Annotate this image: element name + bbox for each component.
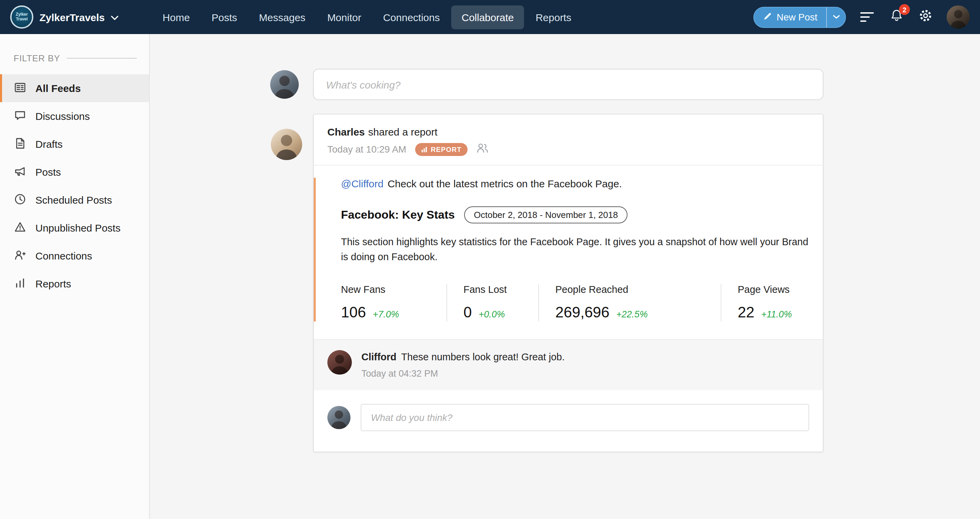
stat-fans-lost: Fans Lost 0 +0.0% — [447, 284, 538, 321]
post-title-line: Charlesshared a report — [327, 126, 809, 137]
post-action-text: shared a report — [368, 126, 437, 137]
app-window: Zylker Travel ZylkerTravels Home Posts M… — [0, 0, 980, 519]
new-post-label: New Post — [776, 11, 817, 22]
stat-value: 0 — [463, 303, 472, 321]
nav-item-posts[interactable]: Posts — [202, 5, 247, 29]
primary-nav: Home Posts Messages Monitor Connections … — [153, 5, 582, 29]
stat-change: +11.0% — [761, 309, 792, 319]
comment: CliffordThese numbers look great! Great … — [314, 339, 823, 390]
pencil-icon — [763, 11, 772, 22]
stat-new-fans: New Fans 106 +7.0% — [341, 284, 447, 321]
person-add-icon — [14, 248, 27, 263]
feed-main: Charlesshared a report Today at 10:29 AM… — [150, 34, 980, 519]
stat-value: 269,696 — [555, 303, 609, 321]
new-post-dropdown-button[interactable] — [827, 7, 845, 27]
report-date-range-pill: October 2, 2018 - November 1, 2018 — [464, 206, 627, 224]
sidebar-item-discussions[interactable]: Discussions — [0, 102, 149, 130]
stat-value: 22 — [738, 303, 754, 321]
sidebar-item-drafts[interactable]: Drafts — [0, 130, 149, 158]
report-section: @CliffordCheck out the latest metrics on… — [314, 178, 809, 321]
comment-text-line: CliffordThese numbers look great! Great … — [361, 351, 565, 362]
sidebar-item-label: Scheduled Posts — [35, 194, 112, 206]
brand-logo-line1: Zylker — [16, 12, 27, 17]
menu-list-button[interactable] — [859, 9, 875, 25]
sidebar-item-label: Reports — [35, 278, 71, 289]
bar-chart-icon — [14, 276, 27, 291]
sidebar-item-connections[interactable]: Connections — [0, 242, 149, 270]
brand-logo: Zylker Travel — [10, 5, 33, 29]
navbar-actions: New Post 2 — [753, 5, 970, 29]
user-avatar[interactable] — [947, 5, 970, 29]
mention-link[interactable]: @Clifford — [341, 178, 383, 189]
sidebar-item-posts[interactable]: Posts — [0, 158, 149, 186]
sidebar-item-label: Posts — [35, 166, 61, 178]
post-header: Charlesshared a report Today at 10:29 AM… — [314, 115, 823, 166]
hamburger-icon — [860, 12, 874, 22]
report-badge-label: REPORT — [431, 145, 462, 153]
shared-users-icon[interactable] — [477, 142, 489, 156]
stat-value: 106 — [341, 303, 366, 321]
nav-item-messages[interactable]: Messages — [249, 5, 316, 29]
stat-change: +0.0% — [479, 309, 505, 319]
sidebar-item-scheduled-posts[interactable]: Scheduled Posts — [0, 186, 149, 214]
sidebar-item-label: Connections — [35, 250, 92, 262]
sidebar-item-label: Drafts — [35, 138, 63, 150]
filter-by-header: FILTER BY — [0, 53, 149, 63]
drafts-icon — [14, 137, 27, 152]
comment-composer — [314, 390, 823, 451]
sidebar-item-unpublished-posts[interactable]: Unpublished Posts — [0, 214, 149, 242]
brand-logo-line2: Travel — [16, 17, 28, 22]
stat-label: Fans Lost — [463, 284, 525, 295]
filter-sidebar: FILTER BY All Feeds — [0, 34, 150, 519]
sidebar-item-all-feeds[interactable]: All Feeds — [0, 74, 149, 102]
report-badge[interactable]: REPORT — [415, 143, 468, 156]
discussions-icon — [14, 109, 27, 124]
report-description: This section highlights key statistics f… — [341, 235, 809, 265]
nav-item-collaborate[interactable]: Collaborate — [451, 5, 524, 29]
post-author-avatar[interactable] — [271, 129, 302, 160]
new-post-split-button: New Post — [753, 6, 846, 27]
post-body: @CliffordCheck out the latest metrics on… — [314, 166, 823, 339]
nav-item-reports[interactable]: Reports — [525, 5, 582, 29]
nav-item-home[interactable]: Home — [153, 5, 200, 29]
composer-input[interactable] — [313, 69, 824, 100]
mini-bar-chart-icon — [421, 146, 427, 152]
settings-button[interactable] — [917, 9, 934, 25]
new-post-button[interactable]: New Post — [754, 7, 826, 27]
stat-page-views: Page Views 22 +11.0% — [721, 284, 805, 321]
sidebar-item-reports[interactable]: Reports — [0, 270, 149, 298]
filter-by-label: FILTER BY — [14, 53, 60, 63]
report-stats-row: New Fans 106 +7.0% Fans Lost 0 — [341, 284, 809, 321]
brand-switcher[interactable]: Zylker Travel ZylkerTravels — [10, 5, 118, 29]
nav-item-monitor[interactable]: Monitor — [317, 5, 372, 29]
chevron-down-icon — [111, 11, 118, 23]
stat-label: New Fans — [341, 284, 433, 295]
sidebar-item-label: Unpublished Posts — [35, 222, 121, 234]
post-meta: Today at 10:29 AM REPORT — [327, 142, 809, 156]
notifications-button[interactable]: 2 — [888, 9, 904, 25]
stat-label: Page Views — [738, 284, 792, 295]
stat-people-reached: People Reached 269,696 +22.5% — [538, 284, 721, 321]
post-timestamp: Today at 10:29 AM — [327, 144, 406, 155]
sidebar-item-label: Discussions — [35, 110, 90, 122]
comment-input[interactable] — [361, 404, 809, 431]
brand-name: ZylkerTravels — [40, 11, 105, 23]
comment-author-avatar[interactable] — [327, 350, 352, 374]
top-navbar: Zylker Travel ZylkerTravels Home Posts M… — [0, 0, 980, 34]
current-user-avatar — [270, 70, 299, 99]
comment-timestamp: Today at 04:32 PM — [361, 368, 565, 378]
current-user-avatar — [327, 406, 350, 429]
comment-author-name[interactable]: Clifford — [361, 351, 396, 362]
sidebar-item-label: All Feeds — [35, 82, 81, 94]
feeds-icon — [14, 81, 27, 96]
report-title-row: Facebook: Key Stats October 2, 2018 - No… — [341, 206, 809, 224]
stat-change: +22.5% — [616, 309, 648, 319]
nav-item-connections[interactable]: Connections — [373, 5, 450, 29]
megaphone-icon — [14, 164, 27, 179]
post-composer — [313, 69, 824, 100]
comment-text: These numbers look great! Great job. — [401, 351, 565, 362]
divider — [67, 58, 137, 59]
notification-count-badge: 2 — [899, 4, 910, 15]
gear-icon — [919, 9, 932, 25]
post-author-name[interactable]: Charles — [327, 126, 365, 137]
